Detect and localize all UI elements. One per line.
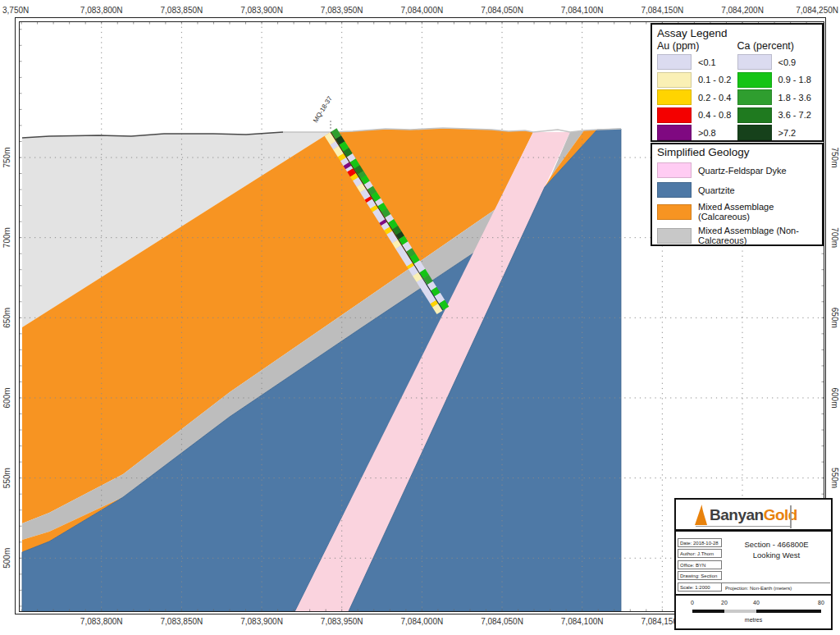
legend-row: 0.2 - 0.4 [657,89,737,107]
right-axis-label: 750m [830,147,839,167]
geology-polygons [22,128,621,611]
bottom-axis-label: 7,083,850N [161,617,203,626]
legend-label: Mixed Assemblage (Calcareous) [698,202,813,222]
bottom-axis-label: 7,083,900N [240,617,283,626]
legend-swatch [737,107,772,123]
legend-row: <0.9 [737,53,818,71]
legend-label: 1.8 - 3.6 [778,93,811,103]
legend-label: Quartzite [698,185,813,195]
top-axis-label: 7,083,800N [80,6,123,15]
logo-mountain-icon [694,504,708,526]
legend-swatch [657,107,692,123]
legend-swatch [657,72,692,88]
assay-legend: Assay Legend Au (ppm) <0.10.1 - 0.20.2 -… [651,23,824,142]
legend-label: >7.2 [778,128,797,138]
drillhole-label: MQ-18-37 [312,94,334,124]
legend-row: <0.1 [657,53,737,71]
scalebar-segment [756,610,821,613]
section-title-line1: Section - 466800E [724,539,829,550]
legend-label: 3.6 - 7.2 [778,110,811,120]
legend-swatch [657,89,692,105]
info-row: Drawing: Section [678,571,722,580]
top-axis-label: 7,084,100N [561,6,604,15]
left-axis-label: 550m [2,468,11,488]
top-axis-label: 7,084,000N [401,6,444,15]
legend-swatch [657,204,692,220]
right-axis-label: 600m [830,387,839,408]
bottom-axis-label: 7,083,800N [80,617,123,626]
logo-text-gold: Gold [764,506,797,524]
legend-swatch [657,162,692,178]
projection-note: Projection: Non-Earth (meters) [722,582,830,594]
title-block: BanyanGold Date: 2018-10-28Author: J.Tho… [674,498,833,630]
banyan-gold-logo: BanyanGold [676,500,831,529]
legend-swatch [657,54,692,70]
top-axis-label: 7,083,950N [321,6,363,15]
drawing-info-rows: Date: 2018-10-28Author: J.ThomOffice: BY… [678,538,722,594]
legend-swatch [737,54,772,70]
top-axis-label: 3,750N [2,6,29,15]
assay-legend-title: Assay Legend [657,27,817,39]
scalebar-number: 0 [691,600,694,605]
geology-legend-title: Simplified Geology [657,146,817,158]
scalebar-segment [724,610,756,613]
left-axis-label: 600m [2,387,11,408]
legend-swatch [737,72,772,88]
right-axis-label: 700m [830,227,839,248]
legend-row: 1.8 - 3.6 [737,89,818,107]
scalebar-number: 40 [753,600,760,605]
geology-legend-row: Quartzite [657,182,817,198]
bottom-axis-label: 7,083,950N [321,617,363,626]
logo-text-banyan: Banyan [710,506,764,524]
top-axis-label: 7,083,850N [161,6,203,15]
legend-row: >7.2 [737,124,818,142]
legend-label: 0.4 - 0.8 [698,110,731,120]
top-axis-label: 7,084,250N [796,6,838,15]
left-axis-label: 500m [2,548,11,569]
au-header: Au (ppm) [657,40,737,52]
legend-swatch [657,228,692,244]
left-axis-label: 700m [2,227,11,248]
bottom-axis-label: 7,084,100N [561,617,604,626]
scalebar-number: 80 [818,600,824,605]
right-axis-label: 650m [830,308,839,328]
legend-label: 0.1 - 0.2 [698,75,731,85]
top-axis-label: 7,084,050N [481,6,523,15]
legend-row: 0.9 - 1.8 [737,71,818,89]
legend-label: <0.9 [778,57,797,67]
info-row: Date: 2018-10-28 [678,538,722,547]
section-title: Section - 466800E Looking West [724,539,829,560]
logo-underline [696,526,791,528]
legend-label: Mixed Assemblage (Non-Calcareous) [698,226,813,245]
legend-label: 0.9 - 1.8 [778,75,811,85]
left-axis-label: 650m [2,308,11,328]
legend-row: >0.8 [657,124,737,142]
top-axis-label: 7,084,150N [641,6,683,15]
legend-label: 0.2 - 0.4 [698,93,731,103]
info-row: Scale: 1:2000 [678,582,722,592]
bottom-axis-label: 7,084,050N [481,617,523,626]
logo-cursor-line [790,505,792,528]
legend-row: 0.1 - 0.2 [657,71,737,89]
ca-header: Ca (percent) [737,40,818,52]
section-title-line2: Looking West [724,550,829,560]
scalebar-number: 20 [721,600,728,605]
legend-swatch [737,125,772,140]
legend-swatch [657,182,692,198]
geology-legend-row: Mixed Assemblage (Non-Calcareous) [657,226,817,245]
legend-label: <0.1 [698,57,716,67]
bottom-axis-label: 7,084,000N [401,617,444,626]
au-legend-column: Au (ppm) <0.10.1 - 0.20.2 - 0.40.4 - 0.8… [657,39,737,142]
info-row: Author: J.Thom [678,549,722,558]
legend-row: 0.4 - 0.8 [657,107,737,125]
legend-label: Quartz-Feldspar Dyke [698,166,813,176]
legend-label: >0.8 [698,128,716,138]
ca-legend-column: Ca (percent) <0.90.9 - 1.81.8 - 3.63.6 -… [737,39,818,142]
scale-bar: 0204080metres [676,596,831,629]
section-view: MQ-18-37 3,750N7,083,800N7,083,850N7,083… [0,0,840,635]
legend-swatch [737,89,772,105]
top-axis-label: 7,084,200N [721,6,764,15]
left-axis-label: 750m [2,147,11,167]
geology-legend: Simplified Geology Quartz-Feldspar DykeQ… [651,143,824,246]
legend-swatch [657,125,692,140]
